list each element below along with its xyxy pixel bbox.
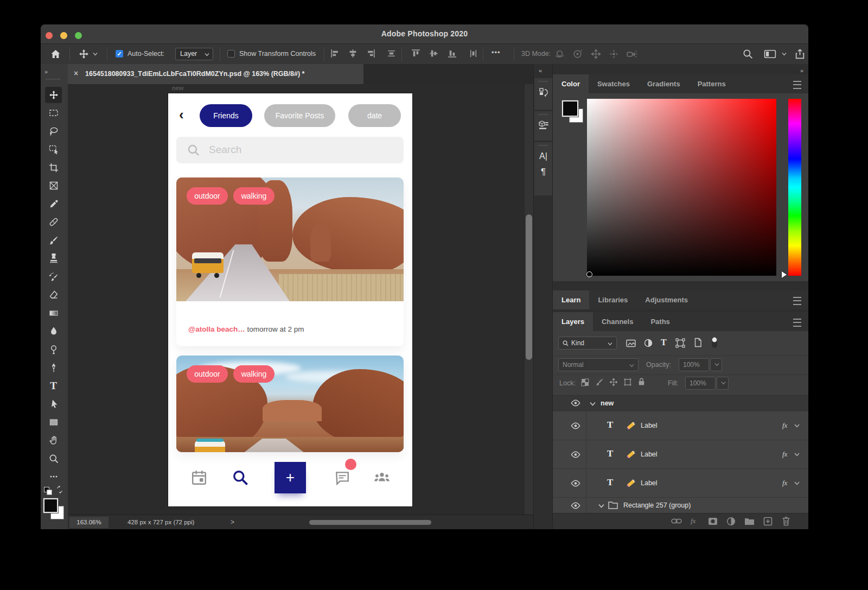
filter-pixel-layers-icon[interactable]: [626, 339, 636, 348]
show-transform-checkbox[interactable]: [227, 50, 235, 58]
lock-all-icon[interactable]: [637, 377, 646, 386]
crop-tool[interactable]: [45, 160, 62, 176]
add-post-button[interactable]: +: [275, 462, 306, 493]
delete-layer-icon[interactable]: [782, 516, 790, 526]
add-mask-icon[interactable]: [708, 517, 718, 525]
eraser-tool[interactable]: [45, 287, 62, 303]
toolbar-expand-icon[interactable]: »: [44, 68, 48, 75]
panel-menu-icon[interactable]: [793, 319, 801, 327]
filter-type-layers-icon[interactable]: T: [661, 338, 667, 347]
back-chevron-icon[interactable]: ‹: [179, 107, 184, 122]
lock-artboard-icon[interactable]: [623, 378, 632, 386]
tab-gradients[interactable]: Gradients: [639, 74, 689, 93]
document-tab[interactable]: × 1654518080933_TdiEmLcLbFcaTi0RdM0ZYn.p…: [68, 64, 363, 84]
zoom-level-field[interactable]: 163.06%: [69, 517, 108, 528]
expand-panels-icon[interactable]: «: [539, 67, 542, 74]
calendar-icon[interactable]: [191, 470, 207, 486]
color-field-cursor[interactable]: [586, 271, 592, 277]
design-search-bar[interactable]: Search: [176, 137, 404, 163]
type-layer-thumbnail[interactable]: T: [607, 448, 613, 459]
edit-toolbar-icon[interactable]: [45, 468, 62, 485]
pen-tool[interactable]: [45, 359, 62, 376]
layer-fx-badge[interactable]: fx: [782, 479, 787, 487]
layer-fx-badge[interactable]: fx: [782, 421, 787, 430]
rectangle-tool[interactable]: [45, 414, 62, 430]
layer-fx-badge[interactable]: fx: [782, 450, 787, 459]
horizontal-scrollbar-thumb[interactable]: [309, 520, 431, 525]
people-icon[interactable]: [373, 470, 391, 486]
move-tool[interactable]: [45, 87, 62, 103]
color-field[interactable]: [587, 99, 776, 276]
move-tool-options-icon[interactable]: [79, 49, 89, 59]
fx-expand-chevron-icon[interactable]: [794, 453, 800, 456]
caption-handle[interactable]: @atolla beach…: [188, 325, 245, 333]
tab-paths[interactable]: Paths: [642, 312, 678, 331]
lock-transparency-icon[interactable]: [581, 378, 589, 386]
adjustment-layer-icon[interactable]: [726, 517, 736, 526]
object-selection-tool[interactable]: [45, 141, 62, 157]
link-layers-icon[interactable]: [671, 518, 682, 524]
vertical-scrollbar-thumb[interactable]: [526, 214, 532, 360]
tab-close-icon[interactable]: ×: [74, 69, 78, 77]
swap-colors-icon[interactable]: [56, 486, 63, 493]
tag-walking[interactable]: walking: [233, 187, 275, 205]
auto-select-checkbox[interactable]: ✓: [116, 50, 123, 58]
fill-field[interactable]: 100%: [685, 377, 716, 390]
status-expander-icon[interactable]: >: [231, 518, 234, 526]
workspace-switcher-icon[interactable]: [764, 49, 777, 59]
3d-pan-icon[interactable]: [591, 49, 601, 59]
hand-tool[interactable]: [45, 432, 62, 448]
tab-learn[interactable]: Learn: [553, 290, 589, 309]
history-panel-button[interactable]: ▪▪▪▪▪: [534, 78, 552, 110]
layer-row-rectangle-group[interactable]: Rectangle 257 (group): [553, 498, 808, 513]
tag-walking[interactable]: walking: [233, 365, 275, 383]
visibility-eye-icon[interactable]: [571, 399, 580, 407]
fx-expand-chevron-icon[interactable]: [794, 481, 800, 485]
filter-shape-layers-icon[interactable]: [675, 338, 685, 348]
align-right-edges-icon[interactable]: [366, 49, 375, 58]
panel-menu-icon[interactable]: [793, 81, 801, 89]
panel-menu-icon[interactable]: [793, 297, 801, 305]
zoom-tool[interactable]: [45, 451, 62, 467]
tab-swatches[interactable]: Swatches: [589, 74, 639, 93]
tab-color[interactable]: Color: [553, 74, 589, 93]
align-horizontal-centers-icon[interactable]: [348, 49, 358, 58]
hue-slider-pointer[interactable]: [782, 271, 787, 278]
new-group-icon[interactable]: [744, 517, 755, 525]
3d-orbit-icon[interactable]: [554, 49, 565, 59]
align-bottom-edges-icon[interactable]: [448, 49, 457, 58]
visibility-eye-icon[interactable]: [571, 451, 580, 458]
gradient-tool[interactable]: [45, 305, 62, 321]
artboard[interactable]: ‹ Friends Favorite Posts date Search: [168, 93, 412, 506]
lasso-tool[interactable]: [45, 123, 62, 139]
filter-toggle-pin[interactable]: [711, 336, 718, 349]
fx-expand-chevron-icon[interactable]: [794, 424, 800, 428]
lock-position-icon[interactable]: [609, 378, 618, 386]
post-card-1[interactable]: outdoor walking @atolla beach… tomorrow …: [176, 177, 404, 346]
3d-slide-icon[interactable]: [609, 49, 619, 59]
history-brush-tool[interactable]: [45, 269, 62, 285]
collapse-panels-icon[interactable]: »: [800, 67, 803, 74]
post-card-2[interactable]: outdoor walking: [176, 356, 404, 452]
visibility-eye-icon[interactable]: [571, 422, 580, 429]
frame-tool[interactable]: [45, 177, 62, 194]
new-layer-icon[interactable]: [763, 517, 773, 526]
align-vertical-centers-icon[interactable]: [429, 49, 438, 58]
paragraph-panel-icon[interactable]: ¶: [534, 167, 552, 177]
layer-filter-kind-dropdown[interactable]: Kind: [558, 337, 617, 350]
messages-icon[interactable]: [334, 470, 350, 486]
marquee-tool[interactable]: [45, 105, 62, 121]
layer-row-label-3[interactable]: T Label fx: [553, 469, 808, 498]
healing-brush-tool[interactable]: [45, 214, 62, 230]
properties-panel-button[interactable]: ▪▪▪▪▪: [534, 111, 552, 141]
tag-outdoor[interactable]: outdoor: [187, 187, 228, 205]
visibility-eye-icon[interactable]: [571, 480, 580, 487]
distribute-vertical-icon[interactable]: [469, 49, 478, 58]
layer-name[interactable]: Label: [641, 451, 658, 458]
3d-roll-icon[interactable]: [572, 49, 583, 59]
more-options-icon[interactable]: •••: [492, 48, 501, 56]
auto-select-dropdown[interactable]: Layer: [175, 48, 213, 60]
layer-style-icon[interactable]: fx: [691, 517, 695, 525]
filter-pill-friends[interactable]: Friends: [200, 104, 252, 127]
filter-pill-favorite-posts[interactable]: Favorite Posts: [264, 104, 335, 127]
